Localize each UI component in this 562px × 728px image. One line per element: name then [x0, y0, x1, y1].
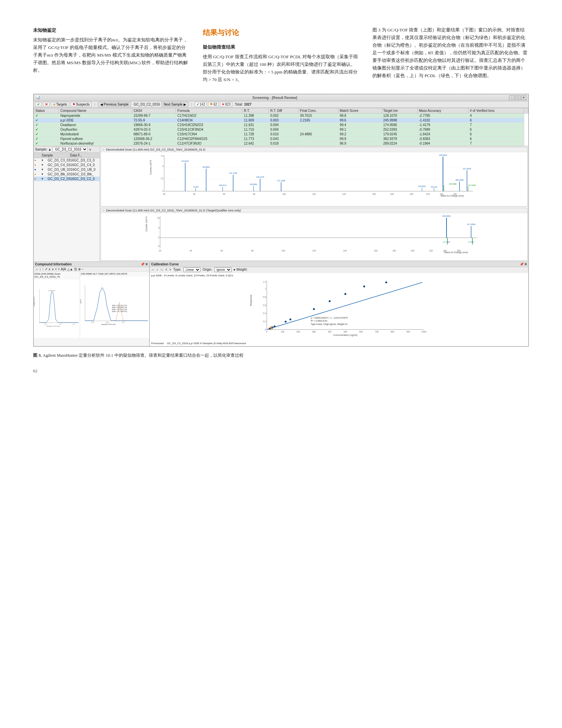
prev-sample-button[interactable]: ◀ Previous Sample — [98, 102, 131, 107]
ci-tool-1[interactable]: ↔ — [35, 267, 38, 271]
svg-point-132 — [313, 308, 315, 310]
next-sample-button[interactable]: Next Sample ▶ — [162, 102, 189, 107]
ci-tool-11[interactable]: ☰ — [74, 267, 77, 271]
table-row[interactable]: ✓Norflurazon-desmethyl23576-24-1C11H7ClF… — [34, 141, 528, 146]
cal-tool-5[interactable]: > — [169, 268, 171, 271]
results-table: Status Compound Name CAS# Formula R.T. R… — [34, 108, 528, 146]
ci-tool-7[interactable]: < — [55, 267, 57, 271]
svg-text:160: 160 — [372, 193, 376, 195]
table-cell: 4 — [468, 113, 524, 118]
ci-tool-4[interactable]: ↗ — [45, 267, 47, 271]
calibration-header: Calibration Curve 📌 ✕ — [150, 262, 528, 267]
ci-tool-5[interactable]: ∧ — [48, 267, 51, 271]
ci-tool-6[interactable]: ∨ — [52, 267, 54, 271]
cal-tool-3[interactable]: ↑↓ — [160, 268, 164, 271]
svg-text:139.9801: 139.9801 — [250, 183, 258, 185]
left-body: 未知物鉴定的第一步是找到分子离子的m/z。为鉴定未知软电离的分子离子，采用了 G… — [33, 36, 190, 74]
dot-icon: ● — [34, 168, 41, 171]
table-cell: 11.710 — [243, 127, 269, 132]
close-button[interactable]: ✕ — [521, 95, 526, 100]
next-sample-label: Next Sample — [164, 103, 183, 106]
table-cell: ✓ — [34, 136, 59, 141]
svg-text:240: 240 — [443, 250, 447, 252]
pin-icon[interactable]: 📌 — [141, 262, 145, 266]
sample-select[interactable]: GC_D3_C2_0316 — [53, 147, 88, 152]
ci-tool-2[interactable]: ↕ — [39, 267, 41, 271]
col-verified: # of Verified Ions — [468, 108, 524, 113]
svg-text:(-1.141): (-1.141) — [443, 241, 450, 243]
svg-text:Acquisition Time (min): Acquisition Time (min) — [47, 325, 60, 327]
list-item[interactable]: ● ▼ GC_D3_C3_0316 GC_D3_C3_0 — [34, 158, 100, 163]
cal-tool-1[interactable]: ↔ — [151, 268, 155, 271]
table-cell: -1.4179 — [417, 122, 468, 127]
svg-point-133 — [329, 300, 331, 302]
table-cell: Fipronil sulfone — [59, 136, 132, 141]
svg-text:120: 120 — [312, 193, 316, 195]
table-row[interactable]: ✓Napropamide15299-99-7C17H21NO211.3980.0… — [34, 113, 528, 118]
table-cell: 6 — [468, 118, 524, 122]
svg-text:900: 900 — [406, 331, 410, 333]
cal-pin-icon[interactable]: 📌 — [520, 262, 524, 266]
table-row[interactable]: ✓Myclobutanil88671-89-0C15H17ClN411.7280… — [34, 132, 528, 136]
svg-text:139.1476: 139.1476 — [256, 176, 264, 178]
sw-bottom: Sample: ▲ GC_D3_C2_0316 ∨ Sample Data F.… — [34, 146, 528, 261]
arrow-icon: ▼ — [41, 163, 48, 166]
table-cell: C12H4Cl2F6N4O2S — [176, 136, 243, 141]
list-item[interactable]: ● ▼ GC_D3_Blk_0316 GC_D3_Blk_ — [34, 172, 100, 177]
table-cell: 6 — [468, 132, 524, 136]
minimize-button[interactable]: − — [509, 95, 514, 100]
target-icon: ⊕ — [53, 103, 56, 106]
table-cell: C17H21NO2 — [176, 113, 243, 118]
svg-text:7.5: 7.5 — [161, 155, 164, 157]
x-button[interactable]: ✕ — [43, 102, 50, 107]
ci-tool-8[interactable]: > — [58, 267, 60, 271]
svg-line-126 — [267, 282, 422, 330]
prev-arrow-icon: ◀ — [100, 103, 103, 106]
ci-tool-13[interactable]: − — [82, 267, 84, 271]
table-row[interactable]: ✓Oxadiazon19666-30-9C15H18Cl2N2O311.6310… — [34, 122, 528, 127]
toolbar-divider2: | — [191, 102, 192, 106]
table-cell: 24.4880 — [298, 132, 338, 136]
cal-origin-select[interactable]: Ignore — [214, 267, 232, 272]
table-row[interactable]: ✓p,p'-DDE72-55-9C14H8Cl411.6090.0032.216… — [34, 118, 528, 122]
svg-text:160: 160 — [374, 250, 377, 252]
table-cell: 19666-30-9 — [132, 122, 176, 127]
cal-tool-4[interactable]: < — [165, 268, 167, 271]
svg-text:1: 1 — [265, 288, 266, 290]
list-item[interactable]: ● ▼ GC_D3_C4_0316 GC_D3_C4_0 — [34, 163, 100, 167]
svg-text:0: 0 — [163, 190, 164, 192]
svg-text:Ratio = 15.1 (106.5 %): Ratio = 15.1 (106.5 %) — [112, 311, 127, 312]
suspects-button[interactable]: ⚑ Suspects — [70, 102, 92, 107]
ci-tool-9[interactable]: A|A — [61, 267, 66, 271]
cal-type-select[interactable]: Linear — [183, 267, 201, 272]
list-item[interactable]: ● ▼ GC_D3_UB_0316 GC_D3_UB_0 — [34, 167, 100, 172]
upper-chart-title: ← Deconvoluted Scan (11.609 min) GC_D3_C… — [101, 147, 527, 152]
svg-text:Concentration (ng/ml): Concentration (ng/ml) — [333, 334, 357, 337]
cal-tool-2[interactable]: ↕ — [157, 268, 158, 271]
ci-tool-3[interactable]: ↑ — [42, 267, 44, 271]
ci-tool-12[interactable]: ⊕ — [78, 267, 81, 271]
svg-text:0.4: 0.4 — [263, 312, 266, 314]
svg-text:40: 40 — [193, 193, 196, 195]
svg-text:317.9339: 317.9339 — [463, 168, 471, 170]
ci-close-icon[interactable]: ✕ — [145, 262, 148, 266]
svg-text:60: 60 — [221, 250, 223, 252]
upper-chart: ← Deconvoluted Scan (11.609 min) GC_D3_C… — [101, 147, 528, 206]
check-button[interactable]: ✓ — [35, 102, 42, 107]
table-cell: 11.728 — [243, 132, 269, 136]
table-cell: 245.9998 — [382, 118, 417, 122]
table-cell: C14H8Cl4 — [176, 118, 243, 122]
svg-text:100: 100 — [281, 331, 284, 333]
ci-tool-10[interactable]: △▲ — [67, 267, 73, 271]
svg-text:245.9994: 245.9994 — [439, 154, 447, 156]
list-item[interactable]: ● ▼ GC_D3_C2_0316 GC_D3_C2_0 — [34, 177, 100, 181]
sample-name: GC_D3_C4_0316 — [48, 163, 74, 167]
table-row[interactable]: ✓Oxyfluorfen42874-03-3C15H11ClF3NO411.71… — [34, 127, 528, 132]
table-row[interactable]: ✓Fipronil sulfone120068-36-2C12H4Cl2F6N4… — [34, 136, 528, 141]
svg-text:5: 5 — [158, 226, 160, 229]
targets-button[interactable]: ⊕ Targets — [51, 102, 69, 107]
col-right: 图 3 为 GC/Q-TOF 筛查（上图）和定量结果（下图）窗口的示例。对筛查结… — [372, 26, 529, 84]
maximize-button[interactable]: □ — [515, 95, 520, 100]
cal-close-icon[interactable]: ✕ — [524, 262, 527, 266]
svg-text:200: 200 — [410, 193, 413, 195]
